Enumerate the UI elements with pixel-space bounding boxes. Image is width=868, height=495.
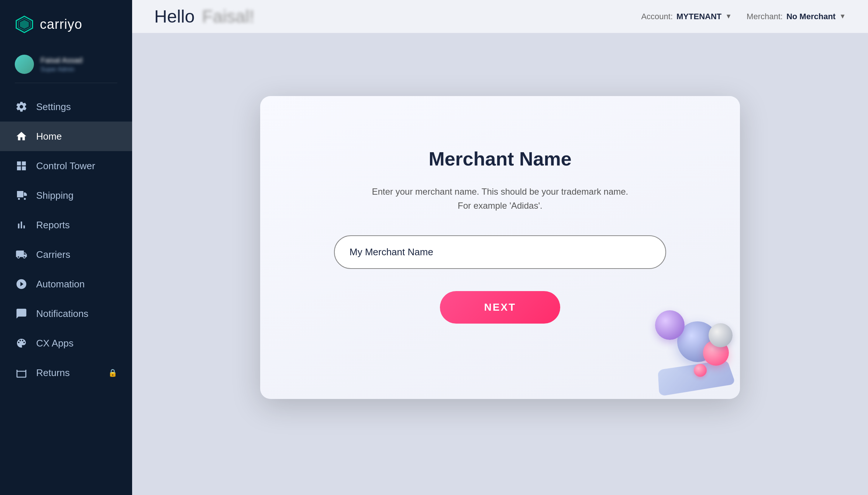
sphere-silver bbox=[709, 323, 733, 347]
sidebar-item-automation[interactable]: Automation bbox=[0, 269, 132, 299]
sidebar-item-label-cx-apps: CX Apps bbox=[36, 338, 73, 349]
user-role: Super Admin bbox=[41, 66, 82, 73]
logo-container: carriyo bbox=[0, 0, 132, 47]
lock-icon: 🔒 bbox=[108, 368, 117, 377]
sidebar-item-label-settings: Settings bbox=[36, 101, 71, 113]
sidebar-item-reports[interactable]: Reports bbox=[0, 210, 132, 240]
sidebar-item-label-home: Home bbox=[36, 131, 62, 142]
user-info: Faisal Assad Super Admin bbox=[41, 56, 82, 73]
svg-marker-1 bbox=[20, 20, 29, 29]
sidebar-item-settings[interactable]: Settings bbox=[0, 92, 132, 122]
modal-overlay: Merchant Name Enter your merchant name. … bbox=[132, 0, 868, 495]
sidebar-item-label-reports: Reports bbox=[36, 219, 70, 231]
sidebar-divider bbox=[15, 83, 117, 83]
user-name: Faisal Assad bbox=[41, 56, 82, 65]
shipping-icon bbox=[15, 189, 28, 202]
main-area: Hello Faisal! Account: MYTENANT ▼ Mercha… bbox=[132, 0, 868, 495]
returns-icon bbox=[15, 366, 28, 379]
grid-icon bbox=[15, 159, 28, 173]
sidebar-nav: Settings Home Control Tower Shipping bbox=[0, 89, 132, 495]
automation-icon bbox=[15, 277, 28, 291]
sphere-pink-small bbox=[694, 364, 707, 377]
reports-icon bbox=[15, 218, 28, 232]
modal-decoration bbox=[622, 296, 740, 399]
modal-title: Merchant Name bbox=[428, 148, 571, 170]
sidebar-item-returns[interactable]: Returns 🔒 bbox=[0, 358, 132, 388]
sidebar-item-carriers[interactable]: Carriers bbox=[0, 240, 132, 269]
sidebar-item-control-tower[interactable]: Control Tower bbox=[0, 151, 132, 181]
sidebar-item-label-notifications: Notifications bbox=[36, 308, 89, 320]
sphere-purple bbox=[655, 310, 685, 340]
sphere-container bbox=[622, 296, 740, 399]
sidebar-item-shipping[interactable]: Shipping bbox=[0, 181, 132, 210]
carriyo-logo-icon bbox=[15, 15, 34, 34]
user-profile: Faisal Assad Super Admin bbox=[0, 47, 132, 83]
sidebar-item-label-returns: Returns bbox=[36, 367, 70, 379]
next-button[interactable]: NEXT bbox=[440, 291, 561, 324]
gear-icon bbox=[15, 100, 28, 113]
truck-icon bbox=[15, 248, 28, 261]
avatar bbox=[15, 55, 34, 74]
sidebar-item-label-control-tower: Control Tower bbox=[36, 160, 95, 172]
modal-description-line2: For example 'Adidas'. bbox=[458, 201, 542, 211]
sidebar-item-cx-apps[interactable]: CX Apps bbox=[0, 328, 132, 358]
palette-icon bbox=[15, 337, 28, 350]
sidebar-item-notifications[interactable]: Notifications bbox=[0, 299, 132, 328]
merchant-name-modal: Merchant Name Enter your merchant name. … bbox=[260, 96, 740, 399]
sidebar-item-home[interactable]: Home bbox=[0, 122, 132, 151]
home-icon bbox=[15, 130, 28, 143]
sidebar-item-label-shipping: Shipping bbox=[36, 190, 73, 201]
sidebar-item-label-automation: Automation bbox=[36, 279, 85, 290]
chat-icon bbox=[15, 307, 28, 320]
logo-text: carriyo bbox=[40, 17, 82, 32]
modal-description-line1: Enter your merchant name. This should be… bbox=[372, 187, 628, 197]
modal-description: Enter your merchant name. This should be… bbox=[372, 185, 628, 213]
sidebar: carriyo Faisal Assad Super Admin Setting… bbox=[0, 0, 132, 495]
sidebar-item-label-carriers: Carriers bbox=[36, 249, 70, 260]
merchant-name-input[interactable] bbox=[334, 235, 666, 269]
